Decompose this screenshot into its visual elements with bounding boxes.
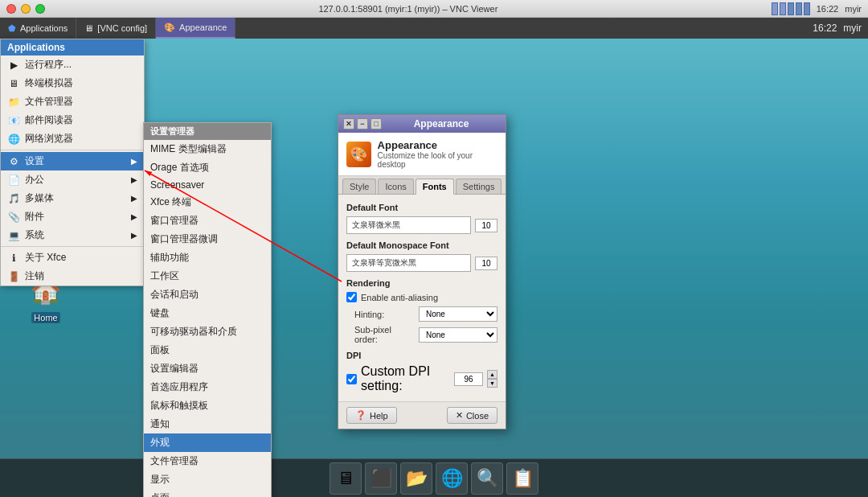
orage-label: Orage 首选项	[150, 161, 209, 175]
screensaver-label: Screensaver	[150, 179, 204, 191]
submenu-session[interactable]: 会话和启动	[144, 285, 271, 304]
vnc-config-tab[interactable]: 🖥 [VNC config]	[76, 18, 156, 39]
submenu-appearance[interactable]: 外观	[144, 433, 271, 452]
tab-style[interactable]: Style	[342, 179, 376, 194]
submenu-removable[interactable]: 可移动驱动器和介质	[144, 322, 271, 341]
menu-browser[interactable]: 🌐网络浏览器	[1, 129, 144, 148]
minimize-btn[interactable]	[21, 4, 31, 14]
dialog-footer: ❓ Help ✕ Close	[338, 401, 506, 429]
settings-submenu: 设置管理器 MIME 类型编辑器 Orage 首选项 Screensaver X…	[143, 122, 272, 497]
antialias-label[interactable]: Enable anti-aliasing	[361, 293, 438, 302]
dialog-close-btn[interactable]: ✕	[343, 118, 354, 129]
submenu-xfce-terminal[interactable]: Xfce 终端	[144, 193, 271, 212]
menu-about[interactable]: ℹ关于 Xfce	[1, 249, 144, 267]
notify-label: 通知	[150, 417, 170, 431]
tab-icons[interactable]: Icons	[378, 179, 413, 194]
submenu-mouse[interactable]: 鼠标和触摸板	[144, 396, 271, 415]
appearance-icon: 🎨	[346, 142, 371, 167]
help-button[interactable]: ❓ Help	[346, 407, 397, 424]
taskbar-icon-terminal[interactable]: ⬛	[365, 462, 397, 495]
panel-label: 面板	[150, 343, 170, 357]
maximize-btn[interactable]	[35, 4, 45, 14]
dialog-min-btn[interactable]: −	[357, 118, 368, 129]
taskbar-icon-browser[interactable]: 🌐	[436, 462, 468, 495]
terminal-icon: 🖥	[7, 77, 20, 90]
menu-logout[interactable]: 🚪注销	[1, 267, 144, 285]
submenu-notify[interactable]: 通知	[144, 415, 271, 433]
thunar-label: 文件管理器	[150, 454, 199, 468]
menu-accessories[interactable]: 📎附件▶	[1, 207, 144, 226]
mono-font-button[interactable]: 文泉驿等宽微米黑	[346, 254, 471, 272]
close-button[interactable]: ✕ Close	[447, 407, 497, 424]
menu-mail[interactable]: 📧邮件阅读器	[1, 111, 144, 129]
dpi-section: DPI Custom DPI setting: ▲ ▼	[346, 351, 497, 393]
settings-icon: ⚙	[7, 155, 20, 168]
vnc-window-controls[interactable]	[6, 4, 45, 14]
antialias-checkbox[interactable]	[346, 292, 357, 302]
subpixel-select[interactable]: None RGB BGR VRGB VBGR	[419, 327, 497, 343]
vnc-topbar-right: 16:22 myir	[772, 2, 862, 15]
submenu-workspace[interactable]: 工作区	[144, 267, 271, 285]
default-font-size-input[interactable]	[475, 219, 497, 232]
taskbar-icon-search[interactable]: 🔍	[471, 462, 503, 495]
appearance-tab-label: Appearance	[179, 23, 227, 32]
submenu-display[interactable]: 显示	[144, 470, 271, 489]
mail-icon: 📧	[7, 114, 20, 127]
about-label: 关于 Xfce	[25, 251, 66, 265]
submenu-screensaver[interactable]: Screensaver	[144, 177, 271, 193]
about-icon: ℹ	[7, 252, 20, 265]
taskbar-icon-files[interactable]: 📂	[400, 462, 432, 495]
appearance-tab[interactable]: 🎨 Appearance	[156, 18, 235, 39]
submenu-wm[interactable]: 窗口管理器	[144, 212, 271, 230]
dpi-down-btn[interactable]: ▼	[487, 379, 497, 388]
hinting-select[interactable]: None Slight Medium Full	[419, 306, 497, 322]
submenu-keyboard[interactable]: 键盘	[144, 304, 271, 322]
menu-system[interactable]: 💻系统▶	[1, 226, 144, 244]
dialog-max-btn[interactable]: □	[371, 118, 382, 129]
dpi-spinner[interactable]: ▲ ▼	[487, 370, 497, 388]
tab-fonts[interactable]: Fonts	[416, 179, 454, 195]
menu-settings[interactable]: ⚙设置▶	[1, 152, 144, 170]
submenu-mime[interactable]: MIME 类型编辑器	[144, 140, 271, 158]
xfce-desktop: ⬟ Applications 🖥 [VNC config] 🎨 Appearan…	[0, 18, 868, 497]
logout-icon: 🚪	[7, 270, 20, 283]
panel-clock: 16:22	[813, 23, 837, 34]
menu-divider-2	[1, 246, 144, 247]
dpi-up-btn[interactable]: ▲	[487, 370, 497, 379]
settings-editor-label: 设置编辑器	[150, 362, 199, 376]
dpi-value-input[interactable]	[454, 372, 483, 386]
mono-font-size-input[interactable]	[475, 257, 497, 270]
menu-terminal[interactable]: 🖥终端模拟器	[1, 74, 144, 92]
menu-run[interactable]: ▶运行程序...	[1, 55, 144, 74]
submenu-orage[interactable]: Orage 首选项	[144, 158, 271, 177]
hinting-row: Hinting: None Slight Medium Full	[346, 306, 497, 322]
default-font-section-label: Default Font	[346, 203, 497, 212]
close-label: Close	[466, 411, 489, 421]
tab-settings[interactable]: Settings	[456, 179, 502, 194]
custom-dpi-checkbox[interactable]	[346, 374, 357, 384]
subpixel-row: Sub-pixel order: None RGB BGR VRGB VBGR	[346, 325, 497, 344]
submenu-panel[interactable]: 面板	[144, 341, 271, 359]
filemanager-icon: 📁	[7, 96, 20, 109]
custom-dpi-label[interactable]: Custom DPI setting:	[361, 364, 450, 393]
submenu-desktop[interactable]: 桌面	[144, 489, 271, 497]
default-font-button[interactable]: 文泉驿微米黑	[346, 216, 471, 234]
menu-office[interactable]: 📄办公▶	[1, 170, 144, 189]
appearance-menu-label: 外观	[150, 436, 170, 450]
applications-label: Applications	[20, 23, 68, 33]
submenu-wm-tweak[interactable]: 窗口管理器微调	[144, 230, 271, 249]
taskbar-icon-clipboard[interactable]: 📋	[506, 462, 538, 495]
accessories-label: 附件	[25, 210, 44, 224]
applications-btn[interactable]: ⬟ Applications	[0, 18, 76, 39]
dialog-title-buttons[interactable]: ✕ − □	[343, 118, 382, 129]
submenu-thunar[interactable]: 文件管理器	[144, 452, 271, 470]
submenu-preferred-apps[interactable]: 首选应用程序	[144, 378, 271, 396]
taskbar-icon-filemanager[interactable]: 🖥	[330, 462, 362, 495]
submenu-settings-editor[interactable]: 设置编辑器	[144, 359, 271, 378]
media-label: 多媒体	[25, 191, 54, 205]
menu-media[interactable]: 🎵多媒体▶	[1, 189, 144, 207]
menu-filemanager[interactable]: 📁文件管理器	[1, 92, 144, 111]
xfce-logo-icon: ⬟	[8, 23, 16, 34]
submenu-accessibility[interactable]: 辅助功能	[144, 249, 271, 267]
close-btn[interactable]	[6, 4, 16, 14]
